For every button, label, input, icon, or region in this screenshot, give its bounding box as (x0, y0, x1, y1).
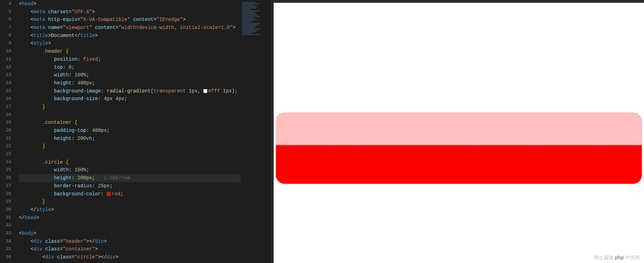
line-number: 18 (0, 111, 11, 119)
line-number: 4 (0, 0, 11, 8)
code-line[interactable]: height: 200vh; (19, 135, 241, 143)
code-line[interactable]: height: 400px; (19, 79, 241, 87)
minimap-line (242, 27, 255, 28)
code-line[interactable]: height: 200px; 2.6667rem (19, 174, 241, 182)
code-line[interactable]: position: fixed; (19, 55, 241, 63)
line-number: 8 (0, 32, 11, 40)
line-number: 14 (0, 79, 11, 87)
minimap-line (242, 17, 253, 18)
code-line[interactable]: } (19, 142, 241, 150)
code-area[interactable]: <head> <meta charset="UTF-8"> <meta http… (17, 0, 241, 263)
line-number: 11 (0, 55, 11, 63)
code-line[interactable]: } (19, 198, 241, 206)
line-number: 23 (0, 150, 11, 158)
line-number: 30 (0, 206, 11, 214)
watermark-cn: 中文网 (625, 255, 640, 260)
minimap-line (242, 20, 255, 21)
code-line[interactable]: border-radius: 25px; (19, 182, 241, 190)
line-number: 24 (0, 158, 11, 166)
minimap-line (242, 23, 260, 24)
code-line[interactable]: } (19, 103, 241, 111)
code-line[interactable]: width: 100%; (19, 166, 241, 174)
code-line[interactable] (19, 221, 241, 230)
line-number: 5 (0, 8, 11, 16)
line-number: 25 (0, 166, 11, 174)
minimap-line (242, 10, 260, 11)
code-line[interactable] (19, 150, 241, 158)
code-line[interactable]: background-size: 4px 4px; (19, 95, 241, 103)
minimap-line (242, 5, 255, 6)
line-number: 17 (0, 103, 11, 111)
code-line[interactable]: <style> (19, 39, 241, 47)
code-line[interactable]: <meta charset="UTF-8"> (19, 8, 241, 16)
code-line[interactable] (19, 111, 241, 119)
line-gutter: 4567891011121314151617181920212223242526… (0, 0, 17, 263)
code-line[interactable]: <head> (19, 0, 241, 8)
code-line[interactable]: <div class="container"> (19, 245, 241, 253)
line-number: 13 (0, 71, 11, 79)
line-number: 6 (0, 16, 11, 24)
line-number: 22 (0, 142, 11, 150)
minimap-line (242, 12, 255, 13)
code-line[interactable]: .header { (19, 47, 241, 55)
code-line[interactable]: <meta http-equiv="X-UA-Compatible" conte… (19, 16, 241, 24)
minimap-line (242, 22, 250, 22)
line-number: 26 (0, 174, 11, 182)
preview-topbar (274, 0, 644, 3)
line-number: 35 (0, 245, 11, 253)
code-line[interactable]: .container { (19, 119, 241, 127)
minimap-line (242, 6, 257, 7)
minimap[interactable] (241, 0, 271, 263)
code-line[interactable]: <body> (19, 230, 241, 238)
minimap-line (242, 15, 257, 15)
minimap-line (242, 19, 256, 20)
minimap-line (242, 8, 256, 8)
code-line[interactable]: .circle { (19, 158, 241, 166)
minimap-line (242, 34, 260, 35)
preview-dotted-header (274, 6, 644, 145)
minimap-line (242, 24, 259, 25)
watermark: 稀土掘金 php 中文网 (594, 255, 640, 261)
minimap-line (242, 2, 256, 3)
line-number: 12 (0, 63, 11, 72)
code-line[interactable]: background-image: radial-gradient(transp… (19, 87, 241, 95)
minimap-line (242, 31, 256, 32)
minimap-line (242, 33, 252, 33)
line-number: 29 (0, 198, 11, 206)
line-number: 27 (0, 182, 11, 190)
code-line[interactable]: </style> (19, 206, 241, 214)
minimap-line (242, 16, 260, 17)
code-line[interactable]: padding-top: 400px; (19, 127, 241, 135)
watermark-juejin: 稀土掘金 (594, 255, 614, 260)
line-number: 34 (0, 238, 11, 246)
line-number: 15 (0, 87, 11, 95)
line-number: 16 (0, 95, 11, 103)
line-number: 32 (0, 221, 11, 230)
code-line[interactable]: width: 100%; (19, 71, 241, 79)
line-number: 21 (0, 135, 11, 143)
line-number: 31 (0, 214, 11, 222)
line-number: 28 (0, 190, 11, 198)
minimap-line (242, 29, 260, 29)
line-number: 10 (0, 47, 11, 55)
browser-preview-pane[interactable]: 稀土掘金 php 中文网 (273, 0, 644, 263)
line-number: 33 (0, 230, 11, 238)
preview-content (274, 3, 644, 263)
code-line[interactable]: <title>Document</title> (19, 32, 241, 40)
minimap-line (242, 3, 260, 4)
code-line[interactable]: background-color: red; (19, 190, 241, 198)
minimap-line (242, 30, 257, 31)
code-line[interactable]: <meta name="viewport" content="width=dev… (19, 24, 241, 32)
code-editor-pane[interactable]: 4567891011121314151617181920212223242526… (0, 0, 241, 263)
minimap-line (242, 26, 256, 27)
line-number: 19 (0, 119, 11, 127)
code-line[interactable]: top: 0; (19, 63, 241, 72)
code-line[interactable]: </head> (19, 214, 241, 222)
code-line[interactable]: <div class="header"></div> (19, 238, 241, 246)
line-number: 36 (0, 253, 11, 261)
minimap-line (242, 13, 256, 14)
line-number: 7 (0, 24, 11, 32)
minimap-line (242, 9, 250, 10)
line-number: 9 (0, 39, 11, 47)
code-line[interactable]: <div class="circle"></div> (19, 253, 241, 261)
